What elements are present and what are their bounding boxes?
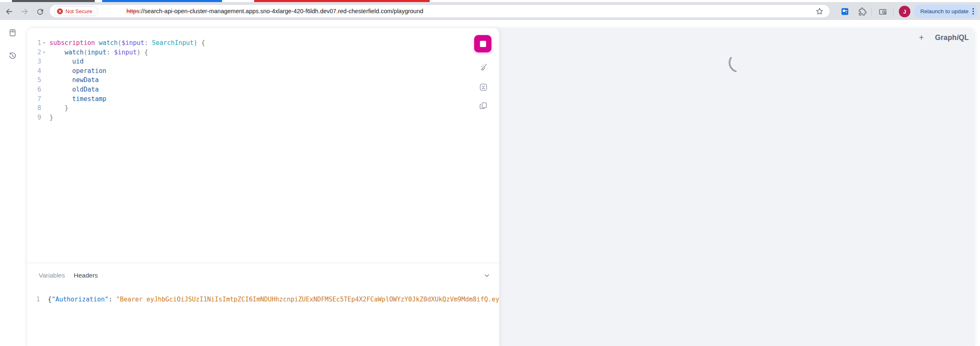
merge-fragments-button[interactable]: [478, 82, 489, 92]
headers-editor[interactable]: 1 {"Authorization": "Bearer eyJhbGciOiJS…: [27, 287, 499, 346]
code-line: 3 uid: [27, 57, 499, 66]
code-text: }: [47, 113, 53, 122]
reload-button[interactable]: [35, 6, 45, 17]
code-token: ): [137, 49, 140, 56]
tab-variables[interactable]: Variables: [39, 263, 65, 288]
profile-avatar[interactable]: J: [899, 6, 910, 17]
code-token: input: [87, 49, 106, 56]
line-number: 5: [27, 75, 41, 85]
headers-json: {"Authorization": "Bearer eyJhbGciOiJSUz…: [45, 295, 499, 304]
url-text: https://search-api-open-cluster-manageme…: [126, 5, 423, 17]
copy-icon: [478, 101, 489, 111]
extensions-puzzle-icon: [858, 7, 867, 16]
toolbar-separator: [893, 7, 893, 16]
line-number: 4: [27, 66, 41, 76]
browser-toolbar: Not Secure https://search-api-open-clust…: [0, 2, 980, 20]
code-token: [49, 104, 65, 112]
code-token: [49, 95, 72, 103]
toolbar-separator: [871, 7, 872, 16]
code-token: ): [194, 39, 197, 47]
forward-icon: [20, 7, 29, 16]
code-token: [95, 39, 99, 47]
code-token: :: [108, 296, 116, 303]
bookmark-button[interactable]: [814, 6, 825, 16]
code-token: newData: [72, 76, 98, 84]
gutter-spacer: [41, 57, 47, 66]
line-number: 9: [27, 113, 41, 122]
gutter-spacer: [41, 66, 47, 76]
code-text: operation: [47, 66, 106, 76]
stop-icon: [480, 41, 486, 47]
prettify-button[interactable]: [478, 62, 489, 73]
line-number: 3: [27, 57, 41, 66]
line-number: 1: [27, 38, 41, 48]
code-text: timestamp: [47, 94, 106, 104]
graphiql-session: + GraphiQL 1▾subscription watch($input: …: [27, 28, 975, 346]
response-panel: + GraphiQL: [499, 28, 975, 346]
password-manager-button[interactable]: [840, 6, 850, 17]
fold-arrow-icon[interactable]: ▾: [41, 48, 47, 57]
reload-icon: [36, 7, 44, 16]
playground-page: + GraphiQL 1▾subscription watch($input: …: [0, 20, 980, 346]
query-editor-panel: 1▾subscription watch($input: SearchInput…: [27, 28, 499, 346]
code-text: }: [47, 104, 68, 113]
code-token: [49, 49, 65, 56]
copy-query-button[interactable]: [478, 100, 489, 111]
code-token: [110, 49, 114, 56]
back-button[interactable]: [4, 6, 14, 17]
gutter-spacer: [40, 295, 45, 304]
prettify-broom-icon: [478, 62, 489, 73]
code-token: [49, 58, 72, 65]
history-button[interactable]: [8, 51, 17, 60]
code-line: 6 oldData: [27, 85, 499, 94]
password-manager-icon: [840, 7, 849, 16]
merge-icon: [478, 82, 489, 92]
code-token: [148, 39, 152, 47]
headers-line: 1 {"Authorization": "Bearer eyJhbGciOiJS…: [27, 295, 499, 304]
code-token: "Authorization": [51, 296, 108, 303]
url-bar[interactable]: Not Secure https://search-api-open-clust…: [50, 5, 830, 17]
fold-arrow-icon[interactable]: ▾: [41, 38, 47, 48]
not-secure-label: Not Secure: [65, 8, 92, 14]
code-line: 4 operation: [27, 66, 499, 76]
code-token: subscription: [49, 39, 95, 47]
query-editor[interactable]: 1▾subscription watch($input: SearchInput…: [27, 28, 499, 263]
chevron-down-icon[interactable]: [484, 272, 490, 279]
extensions-button[interactable]: [857, 6, 868, 17]
code-text: watch(input: $input) {: [47, 48, 148, 57]
not-secure-chip[interactable]: Not Secure: [54, 6, 98, 16]
line-number: 7: [27, 94, 41, 104]
code-token: }: [65, 104, 68, 112]
new-tab-button[interactable]: +: [919, 32, 924, 43]
forward-button[interactable]: [19, 6, 30, 17]
code-token: :: [144, 39, 148, 47]
relaunch-label: Relaunch to update: [920, 8, 968, 14]
docs-book-icon: [8, 28, 17, 37]
editor-tools-tabbar: Variables Headers: [27, 263, 499, 287]
code-token: [49, 86, 72, 93]
more-menu-icon[interactable]: [972, 8, 974, 15]
gutter-spacer: [41, 113, 47, 122]
gutter-spacer: [41, 104, 47, 113]
code-token: oldData: [72, 86, 98, 93]
relaunch-update-button[interactable]: Relaunch to update: [914, 5, 978, 18]
browser-window: Not Secure https://search-api-open-clust…: [0, 0, 980, 346]
docs-button[interactable]: [8, 28, 17, 37]
stop-subscription-button[interactable]: [474, 35, 491, 52]
code-token: [140, 49, 144, 56]
loading-spinner: [727, 51, 750, 74]
code-token: (: [84, 49, 87, 56]
code-text: newData: [47, 75, 99, 85]
line-number: 6: [27, 85, 41, 94]
history-icon: [8, 52, 17, 60]
line-number: 2: [27, 48, 41, 57]
tab-headers[interactable]: Headers: [74, 263, 98, 288]
gutter-spacer: [41, 75, 47, 85]
tab-search-button[interactable]: [877, 6, 888, 17]
line-number: 8: [27, 104, 41, 113]
code-line: 2▾ watch(input: $input) {: [27, 48, 499, 57]
code-token: [49, 67, 72, 75]
code-token: {: [48, 296, 51, 303]
code-line: 9}: [27, 113, 499, 122]
code-token: operation: [72, 67, 106, 75]
